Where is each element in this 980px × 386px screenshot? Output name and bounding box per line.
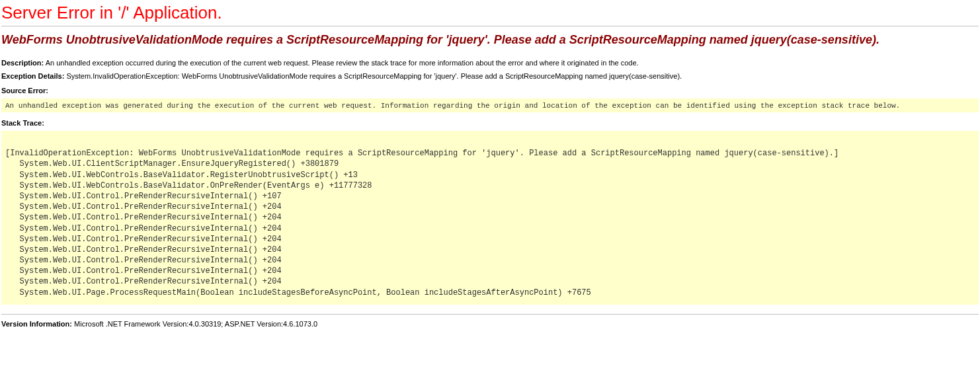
version-label: Version Information:: [1, 320, 72, 328]
stack-trace-block: [InvalidOperationException: WebForms Uno…: [1, 131, 979, 305]
source-error-label: Source Error:: [1, 87, 979, 95]
error-title: Server Error in '/' Application.: [1, 3, 979, 23]
stack-trace-text: [InvalidOperationException: WebForms Uno…: [5, 137, 975, 298]
source-error-block: An unhandled exception was generated dur…: [1, 98, 979, 112]
exception-details-section: Exception Details: System.InvalidOperati…: [1, 72, 979, 80]
exception-message: WebForms UnobtrusiveValidationMode requi…: [1, 33, 979, 47]
description-section: Description: An unhandled exception occu…: [1, 59, 979, 67]
description-text: An unhandled exception occurred during t…: [46, 59, 639, 67]
exception-details-label: Exception Details:: [1, 72, 64, 80]
version-text: Microsoft .NET Framework Version:4.0.303…: [74, 320, 317, 328]
exception-details-text: System.InvalidOperationException: WebFor…: [66, 72, 682, 80]
source-error-text: An unhandled exception was generated dur…: [5, 102, 900, 110]
divider: [1, 26, 979, 26]
footer-divider: [1, 314, 979, 315]
description-label: Description:: [1, 59, 44, 67]
version-section: Version Information: Microsoft .NET Fram…: [1, 320, 979, 328]
stack-trace-label: Stack Trace:: [1, 119, 979, 127]
